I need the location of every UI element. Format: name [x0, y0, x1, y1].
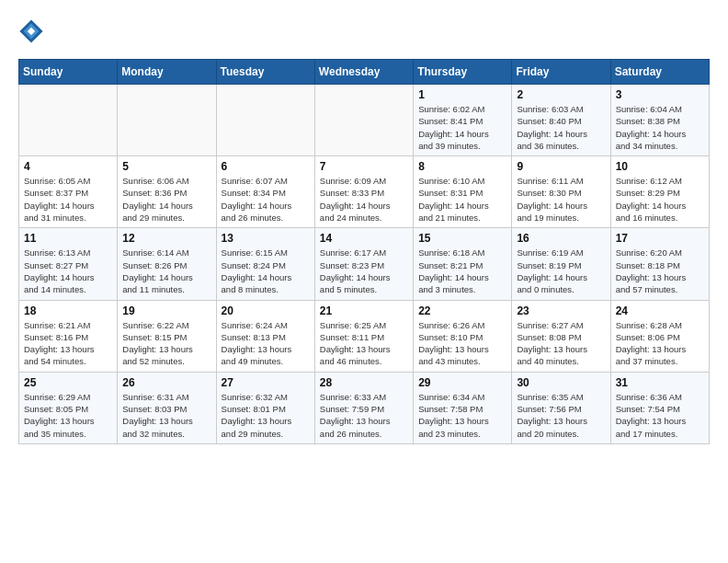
day-number: 21: [320, 304, 408, 317]
calendar-cell: [118, 85, 216, 156]
day-number: 9: [517, 160, 605, 173]
day-detail: Sunrise: 6:02 AM Sunset: 8:41 PM Dayligh…: [418, 103, 506, 152]
calendar-cell: 11Sunrise: 6:13 AM Sunset: 8:27 PM Dayli…: [19, 228, 118, 300]
day-header-wednesday: Wednesday: [314, 60, 413, 85]
day-detail: Sunrise: 6:10 AM Sunset: 8:31 PM Dayligh…: [418, 175, 506, 224]
calendar-cell: 13Sunrise: 6:15 AM Sunset: 8:24 PM Dayli…: [216, 228, 314, 300]
calendar-cell: 5Sunrise: 6:06 AM Sunset: 8:36 PM Daylig…: [118, 156, 216, 228]
calendar-week-4: 18Sunrise: 6:21 AM Sunset: 8:16 PM Dayli…: [19, 300, 710, 372]
calendar-week-1: 1Sunrise: 6:02 AM Sunset: 8:41 PM Daylig…: [19, 85, 710, 156]
calendar-cell: 2Sunrise: 6:03 AM Sunset: 8:40 PM Daylig…: [512, 85, 610, 156]
day-detail: Sunrise: 6:12 AM Sunset: 8:29 PM Dayligh…: [616, 175, 704, 224]
page-header: [18, 18, 710, 44]
day-detail: Sunrise: 6:13 AM Sunset: 8:27 PM Dayligh…: [24, 247, 112, 295]
day-number: 30: [517, 376, 605, 389]
day-detail: Sunrise: 6:18 AM Sunset: 8:21 PM Dayligh…: [418, 247, 506, 295]
day-number: 22: [418, 304, 506, 317]
calendar-cell: 18Sunrise: 6:21 AM Sunset: 8:16 PM Dayli…: [19, 300, 118, 372]
day-detail: Sunrise: 6:19 AM Sunset: 8:19 PM Dayligh…: [517, 247, 605, 295]
day-number: 2: [517, 88, 605, 101]
calendar-cell: 20Sunrise: 6:24 AM Sunset: 8:13 PM Dayli…: [216, 300, 314, 372]
day-number: 3: [616, 88, 704, 101]
calendar-cell: 15Sunrise: 6:18 AM Sunset: 8:21 PM Dayli…: [414, 228, 512, 300]
calendar-cell: 25Sunrise: 6:29 AM Sunset: 8:05 PM Dayli…: [19, 372, 118, 443]
day-number: 20: [222, 304, 310, 317]
calendar-cell: 16Sunrise: 6:19 AM Sunset: 8:19 PM Dayli…: [512, 228, 610, 300]
day-number: 24: [616, 304, 704, 317]
day-detail: Sunrise: 6:09 AM Sunset: 8:33 PM Dayligh…: [320, 175, 408, 224]
day-detail: Sunrise: 6:35 AM Sunset: 7:56 PM Dayligh…: [517, 391, 605, 440]
day-number: 5: [122, 160, 210, 173]
day-detail: Sunrise: 6:21 AM Sunset: 8:16 PM Dayligh…: [24, 319, 112, 368]
day-number: 28: [320, 376, 408, 389]
day-number: 10: [616, 160, 704, 173]
day-detail: Sunrise: 6:11 AM Sunset: 8:30 PM Dayligh…: [517, 175, 605, 224]
day-number: 18: [24, 304, 112, 317]
day-detail: Sunrise: 6:15 AM Sunset: 8:24 PM Dayligh…: [222, 247, 310, 295]
calendar-cell: 12Sunrise: 6:14 AM Sunset: 8:26 PM Dayli…: [118, 228, 216, 300]
calendar-cell: 31Sunrise: 6:36 AM Sunset: 7:54 PM Dayli…: [610, 372, 709, 443]
calendar-cell: 14Sunrise: 6:17 AM Sunset: 8:23 PM Dayli…: [314, 228, 413, 300]
day-detail: Sunrise: 6:03 AM Sunset: 8:40 PM Dayligh…: [517, 103, 605, 152]
day-number: 11: [24, 232, 112, 245]
day-number: 27: [222, 376, 310, 389]
calendar-cell: 27Sunrise: 6:32 AM Sunset: 8:01 PM Dayli…: [216, 372, 314, 443]
day-header-saturday: Saturday: [610, 60, 709, 85]
calendar-cell: [216, 85, 314, 156]
day-number: 31: [616, 376, 704, 389]
calendar-cell: 6Sunrise: 6:07 AM Sunset: 8:34 PM Daylig…: [216, 156, 314, 228]
day-number: 13: [222, 232, 310, 245]
calendar-cell: 17Sunrise: 6:20 AM Sunset: 8:18 PM Dayli…: [610, 228, 709, 300]
calendar-cell: 1Sunrise: 6:02 AM Sunset: 8:41 PM Daylig…: [414, 85, 512, 156]
day-detail: Sunrise: 6:05 AM Sunset: 8:37 PM Dayligh…: [24, 175, 112, 224]
calendar-table: SundayMondayTuesdayWednesdayThursdayFrid…: [18, 59, 710, 444]
day-detail: Sunrise: 6:34 AM Sunset: 7:58 PM Dayligh…: [418, 391, 506, 440]
day-detail: Sunrise: 6:24 AM Sunset: 8:13 PM Dayligh…: [222, 319, 310, 368]
calendar-cell: 23Sunrise: 6:27 AM Sunset: 8:08 PM Dayli…: [512, 300, 610, 372]
day-detail: Sunrise: 6:14 AM Sunset: 8:26 PM Dayligh…: [122, 247, 210, 295]
calendar-cell: 29Sunrise: 6:34 AM Sunset: 7:58 PM Dayli…: [414, 372, 512, 443]
calendar-header-row: SundayMondayTuesdayWednesdayThursdayFrid…: [19, 60, 710, 85]
day-detail: Sunrise: 6:07 AM Sunset: 8:34 PM Dayligh…: [222, 175, 310, 224]
day-number: 17: [616, 232, 704, 245]
calendar-cell: 7Sunrise: 6:09 AM Sunset: 8:33 PM Daylig…: [314, 156, 413, 228]
day-detail: Sunrise: 6:22 AM Sunset: 8:15 PM Dayligh…: [122, 319, 210, 368]
day-detail: Sunrise: 6:31 AM Sunset: 8:03 PM Dayligh…: [122, 391, 210, 440]
day-detail: Sunrise: 6:28 AM Sunset: 8:06 PM Dayligh…: [616, 319, 704, 368]
day-number: 15: [418, 232, 506, 245]
calendar-cell: 4Sunrise: 6:05 AM Sunset: 8:37 PM Daylig…: [19, 156, 118, 228]
day-number: 14: [320, 232, 408, 245]
day-number: 7: [320, 160, 408, 173]
day-number: 19: [122, 304, 210, 317]
day-number: 29: [418, 376, 506, 389]
day-number: 25: [24, 376, 112, 389]
day-header-monday: Monday: [118, 60, 216, 85]
day-number: 4: [24, 160, 112, 173]
day-detail: Sunrise: 6:17 AM Sunset: 8:23 PM Dayligh…: [320, 247, 408, 295]
calendar-cell: 10Sunrise: 6:12 AM Sunset: 8:29 PM Dayli…: [610, 156, 709, 228]
calendar-cell: 9Sunrise: 6:11 AM Sunset: 8:30 PM Daylig…: [512, 156, 610, 228]
day-header-tuesday: Tuesday: [216, 60, 314, 85]
day-detail: Sunrise: 6:25 AM Sunset: 8:11 PM Dayligh…: [320, 319, 408, 368]
day-detail: Sunrise: 6:06 AM Sunset: 8:36 PM Dayligh…: [122, 175, 210, 224]
calendar-cell: [19, 85, 118, 156]
day-number: 23: [517, 304, 605, 317]
calendar-week-5: 25Sunrise: 6:29 AM Sunset: 8:05 PM Dayli…: [19, 372, 710, 443]
day-number: 26: [122, 376, 210, 389]
calendar-cell: 28Sunrise: 6:33 AM Sunset: 7:59 PM Dayli…: [314, 372, 413, 443]
calendar-week-3: 11Sunrise: 6:13 AM Sunset: 8:27 PM Dayli…: [19, 228, 710, 300]
day-detail: Sunrise: 6:04 AM Sunset: 8:38 PM Dayligh…: [616, 103, 704, 152]
logo: [18, 18, 48, 44]
day-number: 16: [517, 232, 605, 245]
day-header-thursday: Thursday: [414, 60, 512, 85]
day-detail: Sunrise: 6:36 AM Sunset: 7:54 PM Dayligh…: [616, 391, 704, 440]
calendar-cell: 21Sunrise: 6:25 AM Sunset: 8:11 PM Dayli…: [314, 300, 413, 372]
calendar-cell: 26Sunrise: 6:31 AM Sunset: 8:03 PM Dayli…: [118, 372, 216, 443]
day-detail: Sunrise: 6:26 AM Sunset: 8:10 PM Dayligh…: [418, 319, 506, 368]
calendar-cell: 30Sunrise: 6:35 AM Sunset: 7:56 PM Dayli…: [512, 372, 610, 443]
day-detail: Sunrise: 6:27 AM Sunset: 8:08 PM Dayligh…: [517, 319, 605, 368]
day-detail: Sunrise: 6:20 AM Sunset: 8:18 PM Dayligh…: [616, 247, 704, 295]
calendar-cell: 22Sunrise: 6:26 AM Sunset: 8:10 PM Dayli…: [414, 300, 512, 372]
day-detail: Sunrise: 6:32 AM Sunset: 8:01 PM Dayligh…: [222, 391, 310, 440]
calendar-week-2: 4Sunrise: 6:05 AM Sunset: 8:37 PM Daylig…: [19, 156, 710, 228]
